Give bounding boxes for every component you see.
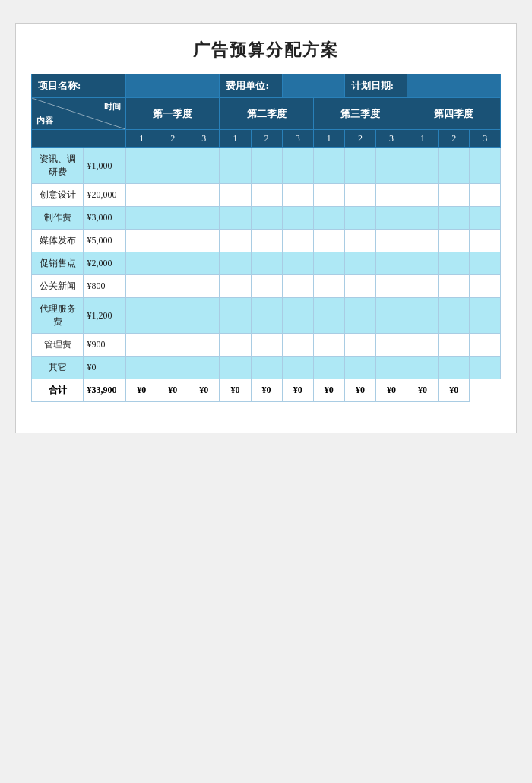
row-month-cell bbox=[282, 148, 313, 184]
month-q2-3: 3 bbox=[282, 130, 313, 148]
row-month-cell bbox=[282, 252, 313, 275]
row-month-cell bbox=[126, 184, 157, 207]
plan-date-value bbox=[407, 74, 501, 98]
row-name: 公关新闻 bbox=[32, 275, 84, 298]
page-wrapper: 广告预算分配方案 项目名称: 费用单位: 计划日期: bbox=[15, 23, 517, 433]
month-q1-3: 3 bbox=[188, 130, 220, 148]
total-row: 合计¥33,900¥0¥0¥0¥0¥0¥0¥0¥0¥0¥0¥0 bbox=[32, 379, 501, 402]
row-name: 资讯、调研费 bbox=[32, 148, 84, 184]
row-month-cell bbox=[470, 334, 501, 357]
month-q3-1: 1 bbox=[313, 130, 344, 148]
row-month-cell bbox=[407, 334, 439, 357]
total-month-cell: ¥0 bbox=[344, 379, 375, 402]
row-month-cell bbox=[220, 207, 251, 230]
row-name: 管理费 bbox=[32, 334, 84, 357]
row-month-cell bbox=[313, 298, 344, 334]
row-month-cell bbox=[470, 252, 501, 275]
month-q2-1: 1 bbox=[220, 130, 251, 148]
row-month-cell bbox=[126, 275, 157, 298]
row-month-cell bbox=[126, 207, 157, 230]
total-month-cell: ¥0 bbox=[375, 379, 407, 402]
row-month-cell bbox=[470, 148, 501, 184]
time-label: 时间 bbox=[104, 101, 121, 113]
header-row-quarters: 时间 内容 第一季度 第二季度 第三季度 第四季度 bbox=[32, 98, 501, 130]
total-month-cell: ¥0 bbox=[188, 379, 220, 402]
row-month-cell bbox=[439, 357, 470, 379]
month-q3-2: 2 bbox=[344, 130, 375, 148]
total-month-cell: ¥0 bbox=[126, 379, 157, 402]
row-name: 代理服务费 bbox=[32, 298, 84, 334]
row-month-cell bbox=[282, 230, 313, 252]
row-month-cell bbox=[188, 148, 220, 184]
row-month-cell bbox=[157, 298, 188, 334]
row-month-cell bbox=[470, 275, 501, 298]
row-month-cell bbox=[470, 298, 501, 334]
row-month-cell bbox=[344, 148, 375, 184]
page-title: 广告预算分配方案 bbox=[31, 39, 501, 62]
month-q1-1: 1 bbox=[126, 130, 157, 148]
quarter-3-header: 第三季度 bbox=[313, 98, 407, 130]
row-month-cell bbox=[188, 252, 220, 275]
row-amount: ¥2,000 bbox=[84, 252, 126, 275]
row-month-cell bbox=[188, 275, 220, 298]
row-month-cell bbox=[439, 184, 470, 207]
row-month-cell bbox=[126, 357, 157, 379]
row-month-cell bbox=[375, 275, 407, 298]
row-month-cell bbox=[407, 148, 439, 184]
row-month-cell bbox=[407, 357, 439, 379]
row-month-cell bbox=[344, 207, 375, 230]
row-month-cell bbox=[126, 252, 157, 275]
row-month-cell bbox=[313, 207, 344, 230]
row-month-cell bbox=[220, 298, 251, 334]
row-month-cell bbox=[251, 275, 282, 298]
total-month-cell: ¥0 bbox=[439, 379, 470, 402]
row-month-cell bbox=[282, 298, 313, 334]
row-amount: ¥1,200 bbox=[84, 298, 126, 334]
row-amount: ¥0 bbox=[84, 357, 126, 379]
row-month-cell bbox=[375, 252, 407, 275]
row-month-cell bbox=[251, 252, 282, 275]
total-month-cell: ¥0 bbox=[157, 379, 188, 402]
row-month-cell bbox=[407, 275, 439, 298]
row-month-cell bbox=[188, 298, 220, 334]
row-name: 其它 bbox=[32, 357, 84, 379]
row-name: 创意设计 bbox=[32, 184, 84, 207]
row-month-cell bbox=[439, 298, 470, 334]
row-month-cell bbox=[375, 230, 407, 252]
table-row: 资讯、调研费¥1,000 bbox=[32, 148, 501, 184]
row-month-cell bbox=[375, 298, 407, 334]
row-month-cell bbox=[157, 207, 188, 230]
header-row-info: 项目名称: 费用单位: 计划日期: bbox=[32, 74, 501, 98]
row-month-cell bbox=[439, 207, 470, 230]
row-name: 制作费 bbox=[32, 207, 84, 230]
row-month-cell bbox=[375, 334, 407, 357]
row-amount: ¥5,000 bbox=[84, 230, 126, 252]
plan-date-label: 计划日期: bbox=[344, 74, 407, 98]
table-row: 公关新闻¥800 bbox=[32, 275, 501, 298]
table-row: 促销售点¥2,000 bbox=[32, 252, 501, 275]
row-month-cell bbox=[439, 275, 470, 298]
row-month-cell bbox=[188, 230, 220, 252]
row-month-cell bbox=[407, 230, 439, 252]
row-month-cell bbox=[188, 207, 220, 230]
month-q4-1: 1 bbox=[407, 130, 439, 148]
quarter-4-header: 第四季度 bbox=[407, 98, 501, 130]
row-month-cell bbox=[220, 275, 251, 298]
row-month-cell bbox=[313, 184, 344, 207]
row-month-cell bbox=[157, 252, 188, 275]
header-row-months: 1 2 3 1 2 3 1 2 3 1 2 3 bbox=[32, 130, 501, 148]
content-label: 内容 bbox=[36, 115, 53, 126]
row-month-cell bbox=[344, 230, 375, 252]
row-month-cell bbox=[220, 184, 251, 207]
table-row: 媒体发布¥5,000 bbox=[32, 230, 501, 252]
total-month-cell: ¥0 bbox=[282, 379, 313, 402]
table-row: 代理服务费¥1,200 bbox=[32, 298, 501, 334]
row-month-cell bbox=[282, 184, 313, 207]
row-month-cell bbox=[220, 252, 251, 275]
row-month-cell bbox=[344, 184, 375, 207]
row-month-cell bbox=[282, 357, 313, 379]
row-month-cell bbox=[439, 230, 470, 252]
row-amount: ¥800 bbox=[84, 275, 126, 298]
quarter-1-header: 第一季度 bbox=[126, 98, 220, 130]
row-amount: ¥900 bbox=[84, 334, 126, 357]
